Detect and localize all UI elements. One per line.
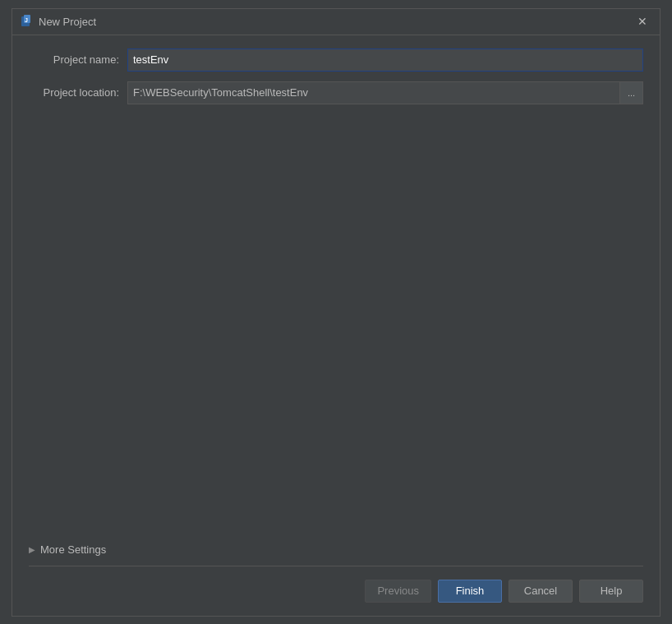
more-settings-toggle[interactable]: ▶ More Settings bbox=[29, 540, 643, 559]
dialog-overlay: J New Project ✕ Project name: Project lo… bbox=[0, 0, 672, 624]
finish-button[interactable]: Finish bbox=[438, 580, 502, 603]
dialog-body: Project name: Project location: ... bbox=[12, 35, 660, 534]
more-settings-arrow-icon: ▶ bbox=[29, 545, 35, 554]
content-area bbox=[29, 114, 643, 520]
project-location-row: Project location: ... bbox=[29, 81, 643, 104]
browse-button[interactable]: ... bbox=[620, 81, 643, 104]
project-location-label: Project location: bbox=[29, 86, 119, 99]
close-button[interactable]: ✕ bbox=[633, 12, 651, 30]
previous-button[interactable]: Previous bbox=[365, 580, 431, 603]
dialog-title: New Project bbox=[39, 16, 96, 28]
title-bar-left: J New Project bbox=[21, 15, 96, 28]
project-location-input[interactable] bbox=[127, 81, 620, 104]
help-button[interactable]: Help bbox=[579, 580, 643, 603]
title-bar: J New Project ✕ bbox=[12, 9, 660, 35]
location-row: ... bbox=[127, 81, 643, 104]
new-project-dialog: J New Project ✕ Project name: Project lo… bbox=[12, 8, 660, 617]
cancel-button[interactable]: Cancel bbox=[509, 580, 573, 603]
button-row: Previous Finish Cancel Help bbox=[29, 573, 643, 603]
project-name-row: Project name: bbox=[29, 49, 643, 72]
svg-text:J: J bbox=[25, 17, 28, 23]
dialog-footer: ▶ More Settings Previous Finish Cancel H… bbox=[12, 534, 660, 616]
project-name-label: Project name: bbox=[29, 53, 119, 66]
new-project-icon: J bbox=[21, 15, 34, 28]
project-name-input[interactable] bbox=[127, 49, 643, 72]
more-settings-label: More Settings bbox=[40, 543, 106, 556]
footer-divider bbox=[29, 566, 643, 566]
